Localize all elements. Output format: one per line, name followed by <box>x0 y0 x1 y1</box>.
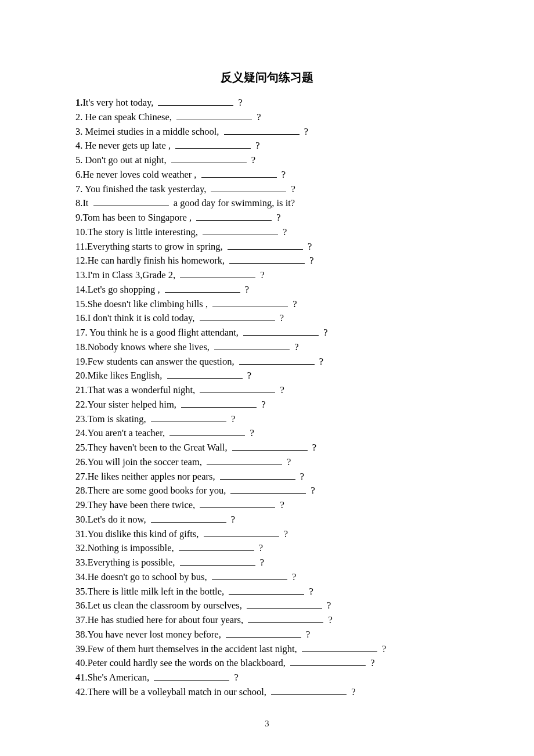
item-pre-text: He can hardly finish his homework, <box>88 255 228 266</box>
item-number: 14. <box>75 284 88 295</box>
item-number: 2. <box>75 111 82 123</box>
answer-blank <box>201 168 277 178</box>
item-number: 21. <box>75 384 88 395</box>
item-number: 16. <box>75 312 88 323</box>
item-number: 23. <box>75 413 88 424</box>
item-number: 34. <box>75 571 88 582</box>
item-number: 20. <box>75 370 88 381</box>
item-pre-text: Don't go out at night, <box>82 154 168 165</box>
item-post-text: ? <box>284 456 291 467</box>
item-pre-text: Tom is skating, <box>88 413 149 424</box>
item-pre-text: Your sister helped him, <box>88 399 179 410</box>
answer-blank <box>247 599 322 609</box>
answer-blank <box>248 614 323 623</box>
item-post-text: ? <box>258 557 264 568</box>
answer-blank <box>200 384 275 393</box>
item-pre-text: He likes neither apples nor pears, <box>88 471 218 482</box>
answer-blank <box>200 499 275 508</box>
page-container: 反义疑问句练习题 1.It's very hot today, ?2. He c… <box>0 0 534 752</box>
item-post-text: ? <box>306 586 313 597</box>
item-pre-text: Nothing is impossible, <box>88 542 176 553</box>
exercise-item: 22.Your sister helped him, ? <box>75 398 459 412</box>
answer-blank <box>224 125 300 135</box>
exercise-item: 17. You think he is a good flight attend… <box>75 326 459 340</box>
item-post-text: ? <box>302 126 308 137</box>
item-post-text: ? <box>259 399 265 410</box>
item-pre-text: Peter could hardly see the words on the … <box>88 657 288 668</box>
answer-blank <box>302 643 377 652</box>
answer-blank <box>167 369 243 379</box>
item-post-text: ? <box>245 370 251 381</box>
item-number: 13. <box>75 269 88 280</box>
item-pre-text: You think he is a good flight attendant, <box>88 327 241 338</box>
item-pre-text: Everything is possible, <box>88 557 178 568</box>
item-post-text: ? <box>326 614 332 625</box>
item-post-text: ? <box>277 499 284 510</box>
item-pre-text: The story is little interesting, <box>88 226 200 237</box>
item-number: 31. <box>75 528 88 539</box>
answer-blank <box>151 513 226 523</box>
item-pre-text: She doesn't like climbing hills , <box>88 298 211 309</box>
exercise-item: 1.It's very hot today, ? <box>75 96 459 110</box>
answer-blank <box>226 628 301 638</box>
exercise-item: 10.The story is little interesting, ? <box>75 225 459 240</box>
item-number: 32. <box>75 542 88 553</box>
item-post-text: ? <box>277 384 284 395</box>
item-post-text: ? <box>292 341 298 352</box>
item-number: 29. <box>75 499 88 510</box>
exercise-item: 2. He can speak Chinese, ? <box>75 110 459 125</box>
answer-blank <box>176 111 252 120</box>
item-number: 38. <box>75 629 88 640</box>
answer-blank <box>211 183 286 192</box>
page-number: 3 <box>75 719 459 729</box>
exercise-item: 3. Meimei studies in a middle school, ? <box>75 125 459 139</box>
item-number: 40. <box>75 657 88 668</box>
item-post-text: ? <box>307 255 313 266</box>
exercise-item: 24.You aren't a teacher, ? <box>75 426 459 441</box>
item-pre-text: Let's do it now, <box>88 514 149 525</box>
item-pre-text: It's very hot today, <box>82 97 156 108</box>
item-post-text: a good day for swimming, is it? <box>171 197 295 208</box>
item-post-text: ? <box>304 629 310 640</box>
answer-blank <box>158 96 233 106</box>
item-pre-text: Tom has been to Singapore , <box>82 212 194 223</box>
item-number: 11. <box>75 241 87 252</box>
item-number: 15. <box>75 298 88 309</box>
item-post-text: ? <box>308 485 315 496</box>
item-number: 19. <box>75 356 88 367</box>
exercise-item: 19.Few students can answer the question,… <box>75 355 459 369</box>
item-number: 1. <box>75 97 82 108</box>
exercise-item: 12.He can hardly finish his homework, ? <box>75 254 459 268</box>
item-pre-text: There are some good books for you, <box>88 485 229 496</box>
item-number: 24. <box>75 427 88 438</box>
exercise-item: 29.They have been there twice, ? <box>75 498 459 513</box>
item-pre-text: They haven't been to the Great Wall, <box>88 442 230 453</box>
answer-blank <box>151 413 226 422</box>
item-pre-text: He can speak Chinese, <box>82 111 174 123</box>
item-post-text: ? <box>249 154 255 165</box>
item-number: 3. <box>75 126 82 137</box>
answer-blank <box>179 542 254 551</box>
item-post-text: ? <box>257 542 263 553</box>
answer-blank <box>214 341 290 350</box>
item-post-text: ? <box>243 284 249 295</box>
exercise-item: 7. You finished the task yesterday, ? <box>75 182 459 197</box>
item-post-text: ? <box>324 600 331 611</box>
item-pre-text: You dislike this kind of gifts, <box>88 528 201 539</box>
answer-blank <box>204 528 279 537</box>
answer-blank <box>232 441 308 451</box>
item-post-text: ? <box>236 97 242 108</box>
answer-blank <box>239 355 315 365</box>
answer-blank <box>220 470 295 480</box>
answer-blank <box>180 269 255 278</box>
exercise-item: 35.There is little milk left in the bott… <box>75 585 459 599</box>
item-pre-text: There will be a volleyball match in our … <box>88 686 269 697</box>
item-pre-text: Mike likes English, <box>88 370 165 381</box>
exercise-item: 36.Let us clean the classroom by ourselv… <box>75 599 459 613</box>
exercise-item: 27.He likes neither apples nor pears, ? <box>75 470 459 484</box>
item-post-text: ? <box>310 442 316 453</box>
item-pre-text: Meimei studies in a middle school, <box>82 126 221 137</box>
answer-blank <box>243 326 319 336</box>
exercise-item: 23.Tom is skating, ? <box>75 412 459 427</box>
item-post-text: ? <box>321 327 327 338</box>
